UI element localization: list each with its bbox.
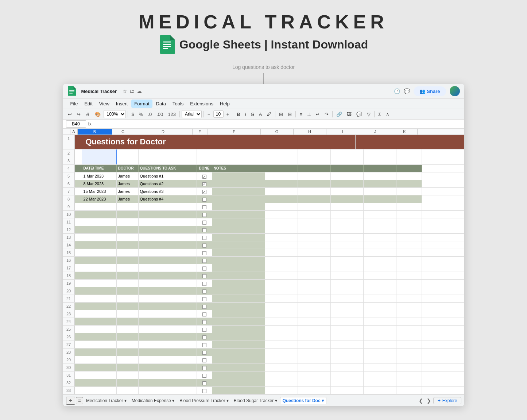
cell-15e[interactable] xyxy=(197,249,212,256)
cell-3d[interactable] xyxy=(139,157,197,164)
cell-9a[interactable] xyxy=(75,203,82,210)
cell-17e[interactable] xyxy=(197,264,212,272)
checkbox-11[interactable] xyxy=(202,221,206,225)
cell-24f[interactable] xyxy=(212,318,265,325)
cell-3j[interactable] xyxy=(364,157,396,164)
cell-17b[interactable] xyxy=(82,264,117,272)
checkbox-18[interactable] xyxy=(202,274,206,278)
cell-4j[interactable] xyxy=(364,165,396,172)
cell-30d[interactable] xyxy=(139,364,197,371)
percent-button[interactable]: % xyxy=(137,110,145,118)
cell-2e[interactable] xyxy=(197,149,212,157)
currency-button[interactable]: $ xyxy=(130,110,136,118)
cell-6f[interactable] xyxy=(212,180,265,187)
col-header-j[interactable]: J xyxy=(359,129,392,135)
cell-9k[interactable] xyxy=(396,203,422,210)
format-123-button[interactable]: 123 xyxy=(166,110,178,118)
cell-20a[interactable] xyxy=(75,287,82,295)
cell-31d[interactable] xyxy=(139,372,197,379)
cell-24d[interactable] xyxy=(139,318,197,325)
cell-15b[interactable] xyxy=(82,249,117,256)
zoom-select[interactable]: 100% xyxy=(104,110,126,118)
cell-20i[interactable] xyxy=(331,287,364,295)
cell-18i[interactable] xyxy=(331,272,364,279)
cell-2j[interactable] xyxy=(364,149,396,157)
cell-16h[interactable] xyxy=(298,257,331,264)
cell-28i[interactable] xyxy=(331,349,364,356)
decimal-dec-button[interactable]: .0 xyxy=(146,110,154,118)
cell-29j[interactable] xyxy=(364,356,396,363)
cell-7j[interactable] xyxy=(364,188,396,195)
redo-button[interactable]: ↪ xyxy=(75,110,82,118)
cell-21a[interactable] xyxy=(75,295,82,302)
cell-11c[interactable] xyxy=(117,218,139,226)
cell-9h[interactable] xyxy=(298,203,331,210)
cell-19h[interactable] xyxy=(298,280,331,287)
cell-8f[interactable] xyxy=(212,195,265,203)
cell-32e[interactable] xyxy=(197,379,212,386)
cell-20k[interactable] xyxy=(396,287,422,295)
cell-7h[interactable] xyxy=(298,188,331,195)
cell-33j[interactable] xyxy=(364,387,396,394)
cell-33h[interactable] xyxy=(298,387,331,394)
cell-3h[interactable] xyxy=(298,157,331,164)
cell-25f[interactable] xyxy=(212,326,265,333)
menu-view[interactable]: View xyxy=(96,100,112,108)
cell-27k[interactable] xyxy=(396,341,422,348)
cell-13e[interactable] xyxy=(197,234,212,241)
cell-30b[interactable] xyxy=(82,364,117,371)
cell-10h[interactable] xyxy=(298,211,331,218)
cell-30e[interactable] xyxy=(197,364,212,371)
cell-10e[interactable] xyxy=(197,211,212,218)
checkbox-10[interactable] xyxy=(202,213,206,217)
cell-29k[interactable] xyxy=(396,356,422,363)
cell-21d[interactable] xyxy=(139,295,197,302)
cell-26i[interactable] xyxy=(331,333,364,341)
cell-4d-questions[interactable]: QUESTIONS TO ASK xyxy=(139,165,197,172)
checkbox-5[interactable]: ✓ xyxy=(202,175,206,179)
cell-1a[interactable] xyxy=(75,135,82,149)
cell-17c[interactable] xyxy=(117,264,139,272)
cell-29i[interactable] xyxy=(331,356,364,363)
cell-1i[interactable] xyxy=(421,135,454,149)
checkbox-9[interactable] xyxy=(202,205,206,209)
cell-6d[interactable]: Questions #2 xyxy=(139,180,197,187)
cell-19k[interactable] xyxy=(396,280,422,287)
cell-30c[interactable] xyxy=(117,364,139,371)
cell-6b[interactable]: 8 Mar 2023 xyxy=(82,180,117,187)
cell-26g[interactable] xyxy=(265,333,298,341)
cell-20j[interactable] xyxy=(364,287,396,295)
cell-6g[interactable] xyxy=(265,180,298,187)
cell-29c[interactable] xyxy=(117,356,139,363)
cell-31h[interactable] xyxy=(298,372,331,379)
star-icon[interactable]: ☆ xyxy=(123,88,127,94)
menu-file[interactable]: File xyxy=(67,100,81,108)
cell-9j[interactable] xyxy=(364,203,396,210)
cell-28f[interactable] xyxy=(212,349,265,356)
cell-19e[interactable] xyxy=(197,280,212,287)
cell-4b-date[interactable]: DATE/ TIME xyxy=(82,165,117,172)
share-button[interactable]: 👥 Share xyxy=(414,86,446,96)
cell-9d[interactable] xyxy=(139,203,197,210)
cell-23f[interactable] xyxy=(212,310,265,318)
cell-23c[interactable] xyxy=(117,310,139,318)
cloud-icon[interactable]: ☁ xyxy=(137,88,142,94)
checkbox-14[interactable] xyxy=(202,244,206,248)
cell-6j[interactable] xyxy=(364,180,396,187)
cell-11e[interactable] xyxy=(197,218,212,226)
cell-20g[interactable] xyxy=(265,287,298,295)
cell-15f[interactable] xyxy=(212,249,265,256)
borders-button[interactable]: ⊞ xyxy=(277,110,285,118)
cell-5d[interactable]: Questions #1 xyxy=(139,172,197,180)
cell-16a[interactable] xyxy=(75,257,82,264)
cell-18e[interactable] xyxy=(197,272,212,279)
col-header-a[interactable]: A xyxy=(70,129,78,135)
cell-18f[interactable] xyxy=(212,272,265,279)
cell-16e[interactable] xyxy=(197,257,212,264)
col-header-f[interactable]: F xyxy=(208,129,261,135)
cell-11f[interactable] xyxy=(212,218,265,226)
cell-10c[interactable] xyxy=(117,211,139,218)
cell-32d[interactable] xyxy=(139,379,197,386)
cell-25k[interactable] xyxy=(396,326,422,333)
menu-tools[interactable]: Tools xyxy=(170,100,186,108)
